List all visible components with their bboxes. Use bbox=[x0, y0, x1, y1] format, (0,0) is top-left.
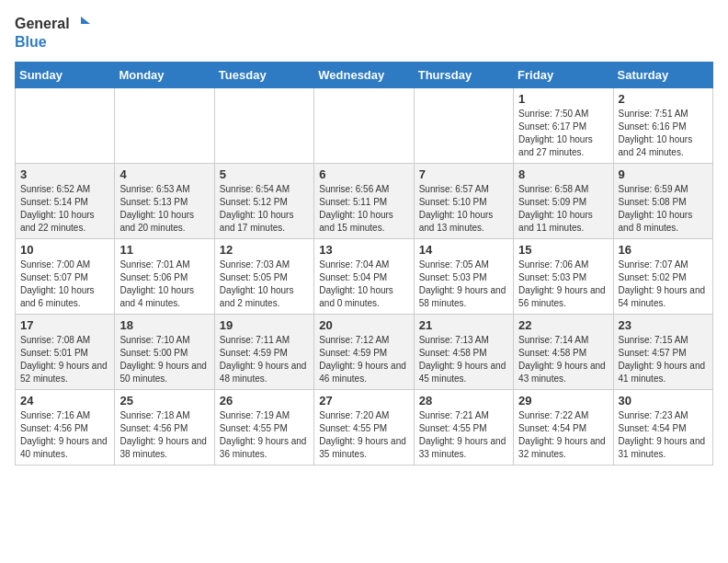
day-info: Sunrise: 7:51 AM Sunset: 6:16 PM Dayligh… bbox=[619, 108, 708, 159]
day-number: 11 bbox=[119, 243, 209, 257]
day-number: 23 bbox=[619, 318, 708, 332]
calendar-cell: 17Sunrise: 7:08 AM Sunset: 5:01 PM Dayli… bbox=[16, 315, 115, 390]
day-info: Sunrise: 6:57 AM Sunset: 5:10 PM Dayligh… bbox=[419, 183, 508, 235]
calendar-cell bbox=[214, 88, 313, 164]
calendar-cell: 8Sunrise: 6:58 AM Sunset: 5:09 PM Daylig… bbox=[514, 164, 613, 239]
logo: General Blue bbox=[15, 15, 90, 51]
day-info: Sunrise: 7:12 AM Sunset: 4:59 PM Dayligh… bbox=[319, 334, 408, 385]
day-number: 25 bbox=[119, 394, 209, 408]
calendar-week-row: 1Sunrise: 7:50 AM Sunset: 6:17 PM Daylig… bbox=[16, 88, 713, 164]
calendar-cell: 25Sunrise: 7:18 AM Sunset: 4:56 PM Dayli… bbox=[115, 390, 214, 465]
day-number: 6 bbox=[319, 167, 408, 181]
day-info: Sunrise: 6:58 AM Sunset: 5:09 PM Dayligh… bbox=[518, 183, 608, 235]
calendar-cell: 21Sunrise: 7:13 AM Sunset: 4:58 PM Dayli… bbox=[414, 315, 513, 390]
calendar-cell: 27Sunrise: 7:20 AM Sunset: 4:55 PM Dayli… bbox=[314, 390, 414, 465]
calendar-body: 1Sunrise: 7:50 AM Sunset: 6:17 PM Daylig… bbox=[16, 88, 713, 465]
day-number: 13 bbox=[319, 243, 408, 257]
calendar-cell: 12Sunrise: 7:03 AM Sunset: 5:05 PM Dayli… bbox=[214, 239, 313, 315]
calendar-cell bbox=[314, 88, 414, 164]
weekday-header-cell: Tuesday bbox=[214, 63, 313, 88]
calendar-cell: 28Sunrise: 7:21 AM Sunset: 4:55 PM Dayli… bbox=[414, 390, 513, 465]
calendar-cell: 2Sunrise: 7:51 AM Sunset: 6:16 PM Daylig… bbox=[613, 88, 712, 164]
weekday-header-cell: Sunday bbox=[16, 63, 115, 88]
day-number: 30 bbox=[619, 394, 708, 408]
day-number: 10 bbox=[20, 243, 109, 257]
day-number: 16 bbox=[619, 243, 708, 257]
day-number: 17 bbox=[20, 318, 109, 332]
day-number: 7 bbox=[419, 167, 508, 181]
calendar-cell: 23Sunrise: 7:15 AM Sunset: 4:57 PM Dayli… bbox=[613, 315, 712, 390]
day-number: 26 bbox=[220, 394, 309, 408]
day-number: 14 bbox=[419, 243, 508, 257]
day-info: Sunrise: 7:16 AM Sunset: 4:56 PM Dayligh… bbox=[20, 409, 109, 461]
day-info: Sunrise: 7:03 AM Sunset: 5:05 PM Dayligh… bbox=[220, 259, 309, 310]
day-number: 5 bbox=[220, 167, 309, 181]
svg-marker-0 bbox=[81, 17, 90, 24]
calendar-cell: 18Sunrise: 7:10 AM Sunset: 5:00 PM Dayli… bbox=[115, 315, 214, 390]
weekday-header-cell: Monday bbox=[115, 63, 214, 88]
day-number: 21 bbox=[419, 318, 508, 332]
weekday-header-cell: Thursday bbox=[414, 63, 513, 88]
day-info: Sunrise: 7:01 AM Sunset: 5:06 PM Dayligh… bbox=[119, 259, 209, 310]
logo-bird-icon bbox=[72, 15, 90, 33]
day-info: Sunrise: 7:13 AM Sunset: 4:58 PM Dayligh… bbox=[419, 334, 508, 385]
calendar-cell: 3Sunrise: 6:52 AM Sunset: 5:14 PM Daylig… bbox=[16, 164, 115, 239]
day-number: 8 bbox=[518, 167, 608, 181]
calendar-cell: 15Sunrise: 7:06 AM Sunset: 5:03 PM Dayli… bbox=[514, 239, 613, 315]
calendar-cell bbox=[115, 88, 214, 164]
calendar-cell: 29Sunrise: 7:22 AM Sunset: 4:54 PM Dayli… bbox=[514, 390, 613, 465]
weekday-header-cell: Friday bbox=[514, 63, 613, 88]
day-info: Sunrise: 6:53 AM Sunset: 5:13 PM Dayligh… bbox=[119, 183, 209, 235]
day-number: 24 bbox=[20, 394, 109, 408]
calendar-cell bbox=[414, 88, 513, 164]
calendar-cell: 30Sunrise: 7:23 AM Sunset: 4:54 PM Dayli… bbox=[613, 390, 712, 465]
day-number: 18 bbox=[119, 318, 209, 332]
calendar-cell: 10Sunrise: 7:00 AM Sunset: 5:07 PM Dayli… bbox=[16, 239, 115, 315]
calendar-cell: 13Sunrise: 7:04 AM Sunset: 5:04 PM Dayli… bbox=[314, 239, 414, 315]
day-number: 27 bbox=[319, 394, 408, 408]
day-number: 28 bbox=[419, 394, 508, 408]
day-info: Sunrise: 7:15 AM Sunset: 4:57 PM Dayligh… bbox=[619, 334, 708, 385]
day-number: 3 bbox=[20, 167, 109, 181]
calendar-cell: 26Sunrise: 7:19 AM Sunset: 4:55 PM Dayli… bbox=[214, 390, 313, 465]
day-info: Sunrise: 7:08 AM Sunset: 5:01 PM Dayligh… bbox=[20, 334, 109, 385]
day-info: Sunrise: 7:11 AM Sunset: 4:59 PM Dayligh… bbox=[220, 334, 309, 385]
day-info: Sunrise: 7:10 AM Sunset: 5:00 PM Dayligh… bbox=[119, 334, 209, 385]
calendar-cell: 20Sunrise: 7:12 AM Sunset: 4:59 PM Dayli… bbox=[314, 315, 414, 390]
header: General Blue bbox=[15, 15, 713, 51]
day-number: 2 bbox=[619, 92, 708, 106]
day-info: Sunrise: 6:59 AM Sunset: 5:08 PM Dayligh… bbox=[619, 183, 708, 235]
day-info: Sunrise: 7:22 AM Sunset: 4:54 PM Dayligh… bbox=[518, 409, 608, 461]
calendar-table: SundayMondayTuesdayWednesdayThursdayFrid… bbox=[15, 62, 713, 465]
day-info: Sunrise: 7:00 AM Sunset: 5:07 PM Dayligh… bbox=[20, 259, 109, 310]
calendar-cell: 1Sunrise: 7:50 AM Sunset: 6:17 PM Daylig… bbox=[514, 88, 613, 164]
weekday-header-cell: Saturday bbox=[613, 63, 712, 88]
day-number: 19 bbox=[220, 318, 309, 332]
day-number: 29 bbox=[518, 394, 608, 408]
calendar-week-row: 3Sunrise: 6:52 AM Sunset: 5:14 PM Daylig… bbox=[16, 164, 713, 239]
calendar-cell: 19Sunrise: 7:11 AM Sunset: 4:59 PM Dayli… bbox=[214, 315, 313, 390]
day-number: 1 bbox=[518, 92, 608, 106]
calendar-cell: 24Sunrise: 7:16 AM Sunset: 4:56 PM Dayli… bbox=[16, 390, 115, 465]
weekday-header-row: SundayMondayTuesdayWednesdayThursdayFrid… bbox=[16, 63, 713, 88]
calendar-cell: 14Sunrise: 7:05 AM Sunset: 5:03 PM Dayli… bbox=[414, 239, 513, 315]
day-number: 4 bbox=[119, 167, 209, 181]
weekday-header-cell: Wednesday bbox=[314, 63, 414, 88]
day-number: 12 bbox=[220, 243, 309, 257]
day-info: Sunrise: 6:54 AM Sunset: 5:12 PM Dayligh… bbox=[220, 183, 309, 235]
day-info: Sunrise: 7:07 AM Sunset: 5:02 PM Dayligh… bbox=[619, 259, 708, 310]
calendar-week-row: 17Sunrise: 7:08 AM Sunset: 5:01 PM Dayli… bbox=[16, 315, 713, 390]
day-info: Sunrise: 7:06 AM Sunset: 5:03 PM Dayligh… bbox=[518, 259, 608, 310]
day-info: Sunrise: 7:21 AM Sunset: 4:55 PM Dayligh… bbox=[419, 409, 508, 461]
logo-general: General bbox=[15, 15, 70, 32]
calendar-week-row: 10Sunrise: 7:00 AM Sunset: 5:07 PM Dayli… bbox=[16, 239, 713, 315]
day-info: Sunrise: 6:52 AM Sunset: 5:14 PM Dayligh… bbox=[20, 183, 109, 235]
day-info: Sunrise: 7:18 AM Sunset: 4:56 PM Dayligh… bbox=[119, 409, 209, 461]
day-info: Sunrise: 7:05 AM Sunset: 5:03 PM Dayligh… bbox=[419, 259, 508, 310]
calendar-week-row: 24Sunrise: 7:16 AM Sunset: 4:56 PM Dayli… bbox=[16, 390, 713, 465]
day-info: Sunrise: 6:56 AM Sunset: 5:11 PM Dayligh… bbox=[319, 183, 408, 235]
calendar-cell: 16Sunrise: 7:07 AM Sunset: 5:02 PM Dayli… bbox=[613, 239, 712, 315]
calendar-cell: 7Sunrise: 6:57 AM Sunset: 5:10 PM Daylig… bbox=[414, 164, 513, 239]
day-info: Sunrise: 7:14 AM Sunset: 4:58 PM Dayligh… bbox=[518, 334, 608, 385]
day-info: Sunrise: 7:20 AM Sunset: 4:55 PM Dayligh… bbox=[319, 409, 408, 461]
